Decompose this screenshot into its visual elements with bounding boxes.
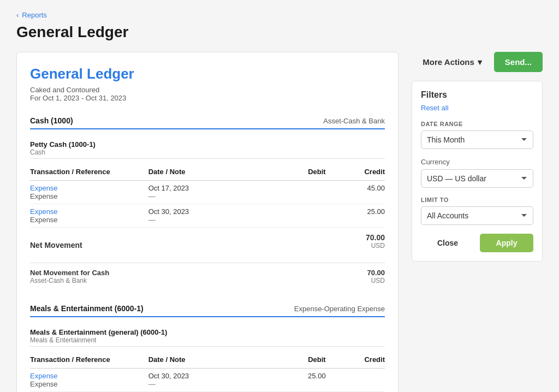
table-header-cash: Transaction / Reference Date / Note Debi… <box>30 163 385 181</box>
filters-panel: Filters Reset all DATE RANGE This Month … <box>412 81 543 262</box>
section-meals: Meals & Entertainment (6000-1) Expense-O… <box>30 301 385 392</box>
sub-account-meals: Meals & Entertainment (general) (6000-1)… <box>30 324 385 347</box>
col-credit: Credit <box>326 168 385 176</box>
sub-account-meals-type: Meals & Entertainment <box>30 336 385 344</box>
sub-account-petty-cash-title: Petty Cash (1000-1) <box>30 140 385 149</box>
reset-all-link[interactable]: Reset all <box>421 104 449 112</box>
page-title: General Ledger <box>16 23 543 41</box>
section-net-cash-label: Net Movement for Cash <box>30 269 109 277</box>
col-credit-m: Credit <box>326 355 385 364</box>
expense-link-2[interactable]: Expense <box>30 207 148 216</box>
debit-2 <box>266 207 325 224</box>
col-debit-m: Debit <box>266 355 325 364</box>
company-name: Caked and Contoured <box>30 86 385 94</box>
sub-account-petty-cash-type: Cash <box>30 149 385 156</box>
debit-m1: 25.00 <box>266 372 325 388</box>
net-movement-cash: Net Movement 70.00 USD <box>30 228 385 252</box>
net-movement-label: Net Movement <box>30 241 82 250</box>
section-net-cash-sub: Asset-Cash & Bank <box>30 277 109 284</box>
currency-label: Currency <box>421 158 533 166</box>
section-meals-title: Meals & Entertainment (6000-1) <box>30 304 144 313</box>
filters-title: Filters <box>421 90 533 100</box>
date-range-select[interactable]: This Month Last Month This Quarter Last … <box>421 130 533 149</box>
credit-1: 45.00 <box>326 184 385 200</box>
section-net-cash-amount: 70.00 <box>367 269 385 277</box>
more-actions-label: More Actions <box>423 57 474 67</box>
section-cash-title: Cash (1000) <box>30 116 73 125</box>
expense-type-2: Expense <box>30 216 148 224</box>
report-title: General Ledger <box>30 66 385 82</box>
date-main-m1: Oct 30, 2023 <box>148 372 267 380</box>
currency-select[interactable]: USD — US dollar EUR — Euro GBP — British… <box>421 169 533 188</box>
col-date: Date / Note <box>148 168 267 176</box>
report-date-range: For Oct 1, 2023 - Oct 31, 2023 <box>30 94 385 102</box>
more-actions-button[interactable]: More Actions ▾ <box>416 53 488 72</box>
table-row: Expense Expense Oct 30, 2023 — 25.00 <box>30 369 385 392</box>
section-meals-type: Expense-Operating Expense <box>294 305 385 313</box>
apply-button[interactable]: Apply <box>480 234 533 252</box>
expense-type-1: Expense <box>30 192 148 200</box>
section-net-cash-currency: USD <box>367 277 385 284</box>
debit-1 <box>266 184 325 200</box>
credit-2: 25.00 <box>326 207 385 224</box>
table-row: Expense Expense Oct 17, 2023 — 45.00 <box>30 181 385 204</box>
date-main-2: Oct 30, 2023 <box>148 207 267 216</box>
sub-account-meals-title: Meals & Entertainment (general) (6000-1) <box>30 328 385 336</box>
limit-to-label: LIMIT TO <box>421 197 533 203</box>
filter-actions: Close Apply <box>421 234 533 252</box>
limit-to-select[interactable]: All Accounts Active Accounts Inactive Ac… <box>421 206 533 225</box>
close-button[interactable]: Close <box>421 234 474 252</box>
col-debit: Debit <box>266 168 325 176</box>
col-transaction: Transaction / Reference <box>30 168 148 176</box>
report-header: General Ledger Caked and Contoured For O… <box>30 66 385 102</box>
send-button[interactable]: Send... <box>494 52 543 72</box>
expense-link-m1[interactable]: Expense <box>30 372 148 380</box>
col-date-m: Date / Note <box>148 355 267 364</box>
section-cash-type: Asset-Cash & Bank <box>323 117 385 125</box>
credit-m1 <box>326 372 385 388</box>
section-net-cash: Net Movement for Cash Asset-Cash & Bank … <box>30 263 385 290</box>
date-sub-1: — <box>148 192 267 200</box>
net-movement-amount: 70.00 <box>366 233 385 242</box>
top-actions: More Actions ▾ Send... <box>412 52 543 72</box>
date-sub-2: — <box>148 216 267 224</box>
report-container: General Ledger Caked and Contoured For O… <box>16 52 399 392</box>
date-range-filter: DATE RANGE This Month Last Month This Qu… <box>421 121 533 149</box>
chevron-left-icon: ‹ <box>16 11 19 19</box>
net-movement-currency: USD <box>366 242 385 250</box>
breadcrumb-reports-link[interactable]: Reports <box>22 11 47 19</box>
right-panel: More Actions ▾ Send... Filters Reset all… <box>412 52 543 262</box>
expense-type-m1: Expense <box>30 380 148 388</box>
limit-to-filter: LIMIT TO All Accounts Active Accounts In… <box>421 197 533 225</box>
sub-account-petty-cash: Petty Cash (1000-1) Cash <box>30 136 385 159</box>
date-range-label: DATE RANGE <box>421 121 533 127</box>
expense-link-1[interactable]: Expense <box>30 184 148 192</box>
date-main-1: Oct 17, 2023 <box>148 184 267 192</box>
chevron-down-icon: ▾ <box>478 57 482 67</box>
col-transaction-m: Transaction / Reference <box>30 355 148 364</box>
breadcrumb: ‹ Reports <box>16 11 543 19</box>
table-header-meals: Transaction / Reference Date / Note Debi… <box>30 351 385 369</box>
table-row: Expense Expense Oct 30, 2023 — 25.00 <box>30 204 385 228</box>
date-sub-m1: — <box>148 380 267 388</box>
section-cash: Cash (1000) Asset-Cash & Bank Petty Cash… <box>30 113 385 290</box>
currency-filter: Currency USD — US dollar EUR — Euro GBP … <box>421 158 533 188</box>
